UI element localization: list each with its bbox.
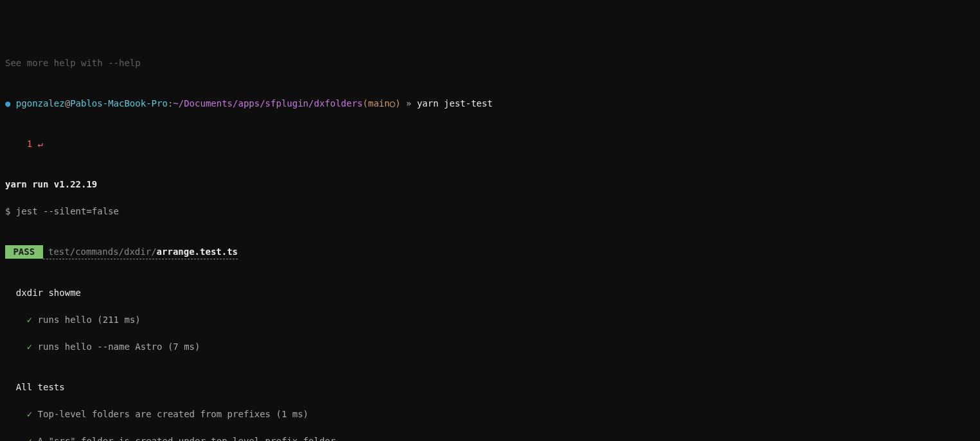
test-name: Top-level folders are created from prefi… [38, 409, 308, 419]
test-result-line: ✓ Top-level folders are created from pre… [5, 408, 975, 421]
prompt-at: @ [65, 98, 70, 108]
status-dot-icon: ● [5, 98, 16, 108]
prompt-path: ~/Documents/apps/sfplugin/dxfolders [173, 98, 362, 108]
prompt-line[interactable]: ● pgonzalez@Pablos-MacBook-Pro:~/Documen… [5, 97, 975, 110]
test-name: runs hello (211 ms) [38, 315, 141, 325]
test-name: runs hello --name Astro (7 ms) [38, 342, 200, 352]
test-file-path: test/commands/dxdir/arrange.test.ts [43, 245, 238, 259]
test-name: A "src" folder is created under top-leve… [38, 436, 336, 441]
test-result-line: ✓ runs hello (211 ms) [5, 313, 975, 327]
branch-open: ( [362, 98, 368, 108]
test-result-line: ✓ A "src" folder is created under top-le… [5, 435, 975, 441]
test-result-line: ✓ runs hello --name Astro (7 ms) [5, 340, 975, 354]
check-icon: ✓ [27, 436, 32, 441]
check-icon: ✓ [27, 342, 32, 352]
test-path-dir: test/commands/dxdir/ [43, 246, 157, 257]
check-icon: ✓ [27, 315, 32, 325]
check-icon: ✓ [27, 409, 32, 419]
test-path-filename: arrange.test.ts [157, 246, 238, 257]
pass-badge: PASS [5, 245, 43, 259]
jest-command-line: $ jest --silent=false [5, 205, 975, 218]
branch-status-icon: ○ [389, 98, 395, 108]
return-code: 1 ↵ [5, 137, 975, 151]
suite-label: All tests [5, 381, 975, 394]
prompt-user: pgonzalez [16, 98, 65, 108]
yarn-run-line: yarn run v1.22.19 [5, 178, 975, 191]
command-text: yarn jest-test [417, 98, 493, 108]
prompt-host: Pablos-MacBook-Pro [70, 98, 168, 108]
pass-line: PASS test/commands/dxdir/arrange.test.ts [5, 245, 975, 259]
suite-label: dxdir showme [5, 286, 975, 300]
prev-help-line: See more help with --help [5, 56, 975, 70]
branch-name: main [368, 98, 390, 108]
prompt-arrow: » [400, 98, 416, 108]
